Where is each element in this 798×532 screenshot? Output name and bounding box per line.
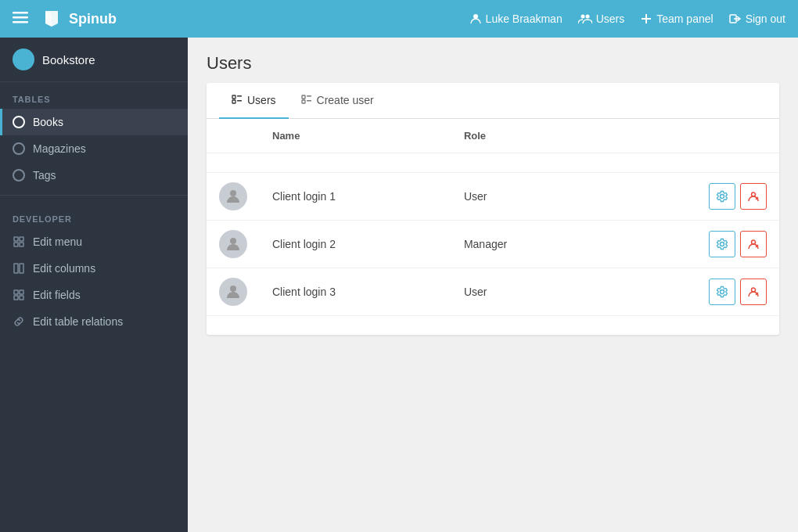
table-header-row: Name Role <box>207 119 779 153</box>
nav-actions: Luke Braakman Users Team panel Sign out <box>469 13 785 25</box>
svg-point-7 <box>585 15 589 19</box>
user-actions-cell <box>599 173 779 221</box>
settings-button[interactable] <box>709 279 735 305</box>
avatar <box>219 230 247 258</box>
user-name-cell: Client login 1 <box>260 173 451 221</box>
workspace-name: Bookstore <box>42 53 95 66</box>
user-actions-cell <box>599 268 779 316</box>
svg-rect-26 <box>307 100 311 102</box>
sidebar-item-edit-menu[interactable]: Edit menu <box>0 228 188 255</box>
content-area: Users Users Create user Name <box>188 38 798 532</box>
sign-out-link[interactable]: Sign out <box>729 13 785 25</box>
delete-button[interactable] <box>740 231 767 257</box>
top-navigation: Spinub Luke Braakman Users Team panel Si… <box>0 0 798 38</box>
user-name: Luke Braakman <box>486 13 563 25</box>
settings-button[interactable] <box>709 183 735 210</box>
tab-create-user[interactable]: Create user <box>289 83 386 119</box>
svg-point-5 <box>473 14 478 19</box>
developer-section-label: DEVELOPER <box>0 202 188 228</box>
sidebar-item-edit-fields[interactable]: Edit fields <box>0 282 188 308</box>
sign-out-label: Sign out <box>746 13 785 25</box>
svg-rect-24 <box>307 95 311 97</box>
table-row: Client login 3 User <box>207 268 779 316</box>
user-actions-cell <box>599 221 779 268</box>
svg-rect-18 <box>20 296 23 300</box>
table-row: Client login 1 User <box>207 173 779 221</box>
svg-rect-25 <box>302 100 305 103</box>
team-panel-label: Team panel <box>656 13 713 25</box>
user-name-cell: Client login 2 <box>260 221 451 268</box>
user-role-cell: User <box>451 173 599 221</box>
svg-rect-23 <box>302 95 305 99</box>
col-actions-header <box>599 119 779 153</box>
page-title: Users <box>207 53 779 74</box>
sidebar-item-books[interactable]: Books <box>0 109 188 135</box>
grid-icon <box>13 235 25 248</box>
tab-users[interactable]: Users <box>219 83 289 119</box>
svg-point-27 <box>230 190 236 196</box>
svg-point-31 <box>230 238 236 244</box>
svg-rect-20 <box>237 95 242 97</box>
delete-button[interactable] <box>740 183 767 210</box>
svg-rect-21 <box>232 100 235 103</box>
content-header: Users <box>188 38 798 83</box>
hamburger-button[interactable] <box>13 9 28 29</box>
action-buttons <box>612 183 767 210</box>
tables-section-label: TABLES <box>0 82 188 109</box>
avatar <box>219 278 247 306</box>
svg-rect-1 <box>13 16 28 19</box>
svg-rect-17 <box>14 296 18 300</box>
col-avatar <box>207 119 260 153</box>
table-row: Client login 2 Manager <box>207 221 779 268</box>
sidebar-item-label: Magazines <box>33 142 86 155</box>
fields-icon <box>13 289 25 301</box>
user-avatar-cell <box>207 173 260 221</box>
sidebar-item-label: Edit fields <box>33 289 81 301</box>
link-icon <box>13 315 25 328</box>
sidebar-item-label: Edit menu <box>33 235 82 248</box>
sidebar-item-tags[interactable]: Tags <box>0 162 188 189</box>
circle-icon <box>13 169 25 182</box>
users-nav-link[interactable]: Users <box>578 13 625 25</box>
tab-users-label: Users <box>247 94 276 106</box>
team-panel-link[interactable]: Team panel <box>640 13 713 25</box>
app-logo: Spinub <box>41 8 117 30</box>
user-role-cell: User <box>451 268 599 316</box>
workspace-header: Bookstore <box>0 38 188 82</box>
workspace-icon <box>13 49 34 70</box>
user-avatar-cell <box>207 268 260 316</box>
users-nav-label: Users <box>596 13 625 25</box>
svg-rect-16 <box>20 290 23 294</box>
user-avatar-cell <box>207 221 260 268</box>
main-card: Users Create user Name Role <box>207 83 779 335</box>
circle-icon <box>13 116 25 128</box>
tabs-bar: Users Create user <box>207 83 779 119</box>
svg-rect-15 <box>14 290 18 294</box>
svg-rect-2 <box>13 21 28 23</box>
sidebar-item-magazines[interactable]: Magazines <box>0 135 188 162</box>
col-role-header: Role <box>451 119 599 153</box>
users-table: Name Role Client login 1 U <box>207 119 779 335</box>
app-name: Spinub <box>69 11 117 27</box>
spacer <box>207 316 779 336</box>
action-buttons <box>612 231 767 257</box>
svg-point-35 <box>230 286 236 292</box>
svg-rect-9 <box>14 237 18 241</box>
svg-rect-0 <box>13 12 28 14</box>
nav-brand: Spinub <box>13 8 200 30</box>
col-name-header: Name <box>260 119 451 153</box>
sidebar-item-edit-relations[interactable]: Edit table relations <box>0 308 188 335</box>
sidebar-divider <box>0 195 188 196</box>
sidebar-item-edit-columns[interactable]: Edit columns <box>0 255 188 282</box>
sidebar-item-label: Edit table relations <box>33 315 123 328</box>
delete-button[interactable] <box>740 279 767 305</box>
settings-button[interactable] <box>709 231 735 257</box>
sidebar-item-label: Edit columns <box>33 262 95 275</box>
sidebar-item-label: Tags <box>33 169 56 182</box>
current-user-link[interactable]: Luke Braakman <box>469 13 563 25</box>
svg-rect-12 <box>20 243 23 246</box>
svg-rect-10 <box>20 237 23 241</box>
user-name-cell: Client login 3 <box>260 268 451 316</box>
svg-point-6 <box>581 15 584 19</box>
svg-rect-22 <box>237 100 242 102</box>
